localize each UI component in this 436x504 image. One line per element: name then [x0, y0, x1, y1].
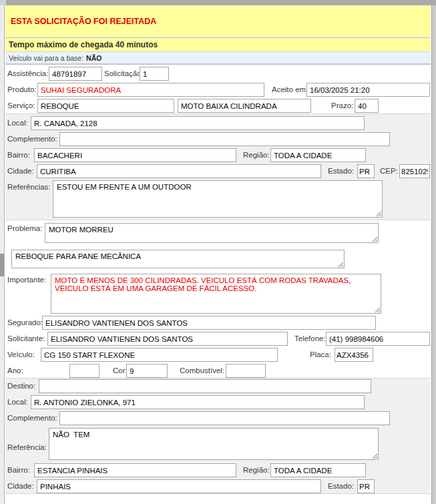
produto-label: Produto: [7, 82, 36, 97]
dest-referencia-label: Referência: [7, 441, 47, 453]
assistencia-input[interactable] [49, 67, 102, 81]
problema-label: Problema: [7, 222, 42, 234]
dest-complemento-row: Complemento: [5, 411, 431, 427]
origin-complemento-row: Complemento: [5, 132, 431, 148]
left-scrollbar-thumb[interactable] [0, 254, 4, 276]
servico-tipo-input[interactable] [178, 99, 311, 113]
dest-regiao-label: Região: [243, 463, 270, 478]
importante-textarea[interactable]: MOTO É MENOS DE 300 CILINDRADAS. VEICULO… [51, 274, 381, 314]
destino-label: Destino: [7, 379, 35, 394]
destino-row: Destino: [5, 379, 431, 395]
solicitacao-input[interactable] [140, 67, 169, 81]
origin-regiao-label: Região: [243, 148, 270, 163]
assistencia-row: Assistência: Solicitação: [5, 66, 431, 82]
importante-row: Importante: MOTO É MENOS DE 300 CILINDRA… [5, 272, 431, 315]
bottom-strip [5, 494, 431, 504]
dest-bairro-row: Bairro: Região: [5, 463, 431, 479]
telefone-input[interactable] [326, 332, 430, 346]
placa-input[interactable] [335, 348, 373, 362]
origin-estado-input[interactable] [357, 164, 375, 178]
origin-bairro-label: Bairro: [7, 148, 30, 163]
cor-input[interactable] [126, 364, 168, 378]
aceito-em-label: Aceito em: [272, 82, 308, 97]
combustivel-input[interactable] [226, 364, 266, 378]
origin-cidade-row: Cidade: Estado: CEP: [5, 164, 431, 180]
dest-complemento-input[interactable] [59, 411, 390, 425]
origin-complemento-label: Complemento: [7, 132, 57, 147]
dest-referencia-row: Referência: NÃO TEM [5, 427, 431, 463]
problema-detalhe-row: REBOQUE PARA PANE MECÂNICA [5, 247, 431, 272]
dest-cidade-label: Cidade: [7, 479, 34, 494]
ano-input[interactable] [69, 364, 99, 378]
solicitante-row: Solicitante: Telefone: [5, 331, 431, 347]
solicitante-input[interactable] [47, 332, 288, 346]
dest-bairro-input[interactable] [34, 463, 236, 477]
origin-bairro-row: Bairro: Região: [5, 148, 431, 164]
origin-local-input[interactable] [31, 116, 365, 130]
produto-row: Produto: Aceito em: [5, 82, 431, 98]
origin-referencias-row: Referências: ESTOU EM FRENTE A UM OUTDOO… [5, 180, 431, 221]
problem-vehicle-section: Problema: MOTOR MORREU REBOQUE PARA PANE… [5, 220, 431, 378]
origin-bairro-input[interactable] [34, 148, 236, 162]
segurado-input[interactable] [42, 316, 376, 330]
form-content: ESTA SOLICITAÇÃO FOI REJEITADA Tempo máx… [5, 5, 431, 504]
rejected-banner-text: ESTA SOLICITAÇÃO FOI REJEITADA [11, 17, 156, 26]
dest-complemento-label: Complemento: [7, 411, 57, 426]
base-info-bar: Veículo vai para a base: NÃO [5, 51, 431, 65]
dest-bairro-label: Bairro: [7, 463, 30, 478]
base-info-value: NÃO [86, 54, 101, 62]
servico-row: Serviço: Prazo: [5, 98, 431, 114]
origin-cidade-label: Cidade: [7, 164, 34, 179]
assistance-request-window: ESTA SOLICITAÇÃO FOI REJEITADA Tempo máx… [0, 0, 436, 504]
prazo-label: Prazo: [331, 98, 353, 113]
problema-textarea[interactable]: MOTOR MORREU [45, 223, 379, 243]
servico-input[interactable] [37, 99, 174, 113]
segurado-label: Segurado: [7, 315, 43, 330]
arrival-time-text: Tempo máximo de chegada 40 minutos [9, 40, 158, 49]
dest-local-input[interactable] [31, 395, 365, 409]
dest-estado-label: Estado: [328, 479, 354, 494]
origin-local-label: Local: [7, 115, 28, 131]
dest-local-label: Local: [7, 395, 28, 410]
origin-cidade-input[interactable] [37, 164, 321, 178]
dest-local-row: Local: [5, 395, 431, 411]
dest-cidade-input[interactable] [37, 479, 321, 493]
origin-complemento-input[interactable] [59, 132, 390, 146]
dest-regiao-input[interactable] [270, 463, 366, 477]
placa-label: Placa: [310, 347, 331, 362]
destination-section: Destino: Local: Complemento: Referência:… [5, 378, 431, 494]
assistencia-label: Assistência: [7, 66, 48, 81]
solicitacao-label: Solicitação: [104, 66, 144, 81]
importante-label: Importante: [7, 274, 46, 286]
window-top-corner [0, 0, 6, 5]
arrival-time-banner: Tempo máximo de chegada 40 minutos [5, 37, 431, 51]
dest-estado-input[interactable] [357, 479, 375, 493]
origin-referencias-label: Referências: [7, 181, 51, 193]
origin-local-row: Local: [5, 115, 431, 132]
header-fields-section: Assistência: Solicitação: Produto: Aceit… [5, 65, 431, 113]
aceito-em-input[interactable] [306, 83, 430, 97]
combustivel-label: Combustível: [180, 363, 224, 379]
ano-cor-combustivel-row: Ano: Cor: Combustível: [5, 363, 431, 378]
left-scrollbar-track[interactable] [0, 5, 5, 504]
veiculo-input[interactable] [41, 348, 278, 362]
origin-address-section: Local: Complemento: Bairro: Região: Cida… [5, 113, 431, 220]
problema-detalhe-textarea[interactable]: REBOQUE PARA PANE MECÂNICA [11, 250, 345, 268]
servico-label: Serviço: [7, 98, 35, 113]
origin-cep-label: CEP: [380, 164, 398, 179]
segurado-row: Segurado: [5, 315, 431, 331]
dest-referencia-textarea[interactable]: NÃO TEM [49, 428, 379, 460]
origin-referencias-textarea[interactable]: ESTOU EM FRENTE A UM OUTDOOR [53, 180, 383, 218]
origin-cep-input[interactable] [399, 164, 430, 178]
origin-estado-label: Estado: [328, 164, 354, 179]
destino-input[interactable] [39, 379, 371, 393]
problema-row: Problema: MOTOR MORREU [5, 220, 431, 247]
prazo-input[interactable] [355, 99, 379, 113]
solicitante-label: Solicitante: [7, 331, 45, 346]
base-info-label: Veículo vai para a base: [9, 54, 83, 62]
origin-regiao-input[interactable] [270, 148, 366, 162]
right-scrollbar-track[interactable] [431, 5, 436, 504]
veiculo-row: Veículo: Placa: [5, 347, 431, 363]
telefone-label: Telefone: [294, 331, 326, 346]
produto-input[interactable] [37, 83, 264, 97]
